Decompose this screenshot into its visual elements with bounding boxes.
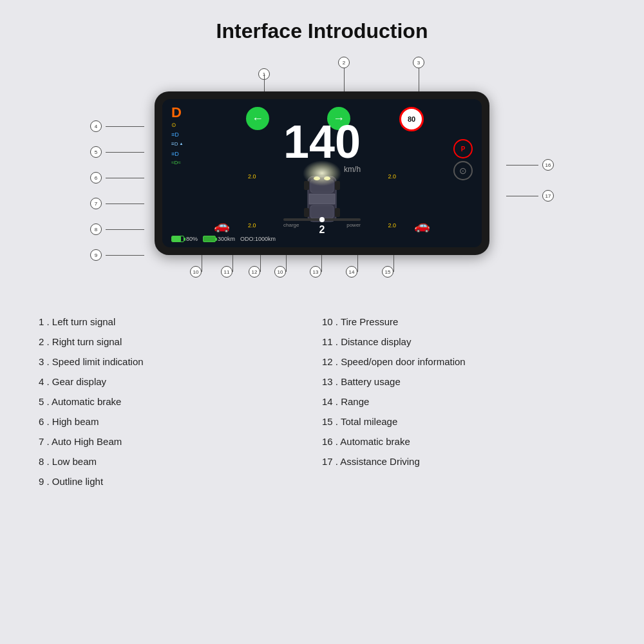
battery-icon	[171, 236, 184, 242]
line-12	[260, 255, 261, 272]
callout-6: 6	[90, 172, 102, 184]
callout-4: 4	[90, 120, 102, 132]
callout-group-4: 4	[90, 120, 144, 132]
speed-limit-container: 80	[399, 107, 424, 131]
label-item-12: 12 . Speed/open door information	[322, 353, 605, 370]
odo-value: ODO:1000km	[240, 236, 276, 242]
callout-10b: 10	[274, 266, 286, 278]
line-16	[506, 165, 538, 166]
range-indicator: 300km	[203, 236, 235, 242]
left-screen-icons: D ⊙ ≡D ≡D▲ ≡D ≈D≈	[171, 106, 183, 167]
line-4	[106, 126, 144, 127]
callout-9: 9	[90, 249, 102, 261]
label-item-13: 13 . Battery usage	[322, 373, 605, 390]
callout-2: 2	[338, 57, 350, 68]
label-item-11: 11 . Distance display	[322, 333, 605, 350]
right-screen-icons: P ⊙	[453, 107, 473, 180]
gear-display: D	[171, 106, 183, 120]
labels-section: 1 . Left turn signal2 . Right turn signa…	[0, 300, 644, 490]
callout-11: 11	[221, 266, 232, 278]
speed-limit-circle: 80	[399, 107, 424, 131]
label-item-16: 16 . Automatic brake	[322, 433, 605, 450]
tire-br: 2.0	[388, 222, 396, 229]
label-item-14: 14 . Range	[322, 393, 605, 410]
below-annotations: 10 11 12 10 13 14 15	[155, 255, 489, 294]
screen-bottom: 80% 300km ODO:1000km	[171, 236, 473, 242]
callout-1: 1	[258, 68, 270, 80]
charge-label: charge	[283, 222, 299, 228]
callout-group-7: 7	[90, 198, 144, 209]
range-icon	[203, 236, 216, 242]
line-10b	[286, 255, 287, 272]
line-17	[506, 196, 538, 196]
steering-icon-17: ⊙	[453, 161, 473, 180]
label-item-4: 4 . Gear display	[39, 373, 322, 390]
label-item-5: 5 . Automatic brake	[39, 393, 322, 410]
battery-indicator: 80%	[171, 236, 198, 242]
line-9	[106, 255, 144, 256]
label-item-1: 1 . Left turn signal	[39, 313, 322, 330]
battery-fill	[172, 236, 181, 242]
battery-pct: 80%	[186, 236, 198, 242]
callout-8: 8	[90, 223, 102, 235]
range-value: 300km	[218, 236, 235, 242]
label-item-9: 9 . Outline light	[39, 473, 322, 490]
dashboard-region: 1 2 3 D ⊙ ≡D ≡D▲ ≡D ≈D≈ ← →	[71, 56, 573, 294]
callout-3: 3	[413, 57, 424, 68]
callout-16: 16	[542, 159, 554, 171]
line-14	[357, 255, 358, 272]
svg-point-8	[314, 176, 320, 180]
callout-14: 14	[346, 266, 357, 278]
turn-signals-area: ←	[246, 107, 269, 130]
line-5	[106, 152, 144, 153]
label-item-2: 2 . Right turn signal	[39, 333, 322, 350]
tire-bl: 2.0	[248, 222, 256, 229]
callout-group-9: 9	[90, 249, 144, 261]
tire-tr: 2.0	[388, 173, 396, 180]
label-item-10: 10 . Tire Pressure	[322, 313, 605, 330]
svg-rect-7	[335, 208, 340, 217]
svg-rect-2	[310, 205, 334, 218]
svg-rect-1	[310, 180, 334, 193]
left-turn-signal: ←	[246, 107, 269, 130]
callout-12: 12	[249, 266, 260, 278]
callout-group-17: 17	[506, 190, 554, 202]
page-title: Interface Introduction	[0, 0, 644, 56]
line-8	[106, 229, 144, 230]
outline-light-icon: ≈D≈	[171, 159, 183, 167]
label-item-15: 15 . Total mileage	[322, 413, 605, 430]
left-callouts: 4 5 6 7 8 9	[90, 120, 144, 261]
low-beam-icon: ≡D	[171, 149, 183, 158]
label-item-3: 3 . Speed limit indication	[39, 353, 322, 370]
line-7	[106, 204, 144, 204]
line-13	[321, 255, 322, 272]
right-callouts: 16 17	[506, 159, 554, 202]
svg-rect-4	[304, 181, 309, 190]
svg-rect-5	[335, 181, 340, 190]
callout-10a: 10	[190, 266, 202, 278]
auto-brake-icon: ⊙	[171, 120, 183, 129]
door-number: 2	[319, 224, 325, 236]
line-1	[264, 74, 265, 93]
speed-display: 140 km/h	[283, 118, 361, 174]
screen: D ⊙ ≡D ≡D▲ ≡D ≈D≈ ← → 80 P ⊙	[162, 99, 482, 247]
power-label: power	[346, 222, 361, 228]
label-item-17: 17 . Assistance Driving	[322, 453, 605, 470]
line-6	[106, 178, 144, 178]
tire-tl: 2.0	[248, 173, 256, 180]
callout-15: 15	[382, 266, 393, 278]
cp-bar	[283, 218, 361, 221]
callout-17: 17	[542, 190, 554, 202]
line-11	[232, 255, 233, 272]
line-15	[393, 255, 394, 272]
callout-7: 7	[90, 198, 102, 209]
callout-group-8: 8	[90, 223, 144, 235]
callout-group-5: 5	[90, 146, 144, 158]
labels-col-right: 10 . Tire Pressure11 . Distance display1…	[322, 313, 605, 490]
label-item-7: 7 . Auto High Beam	[39, 433, 322, 450]
small-car-right: 🚗	[414, 218, 430, 233]
high-beam-icon: ≡D	[171, 130, 183, 139]
brake-icon-16: P	[453, 139, 473, 158]
callout-group-16: 16	[506, 159, 554, 171]
small-car-left: 🚗	[214, 218, 230, 233]
